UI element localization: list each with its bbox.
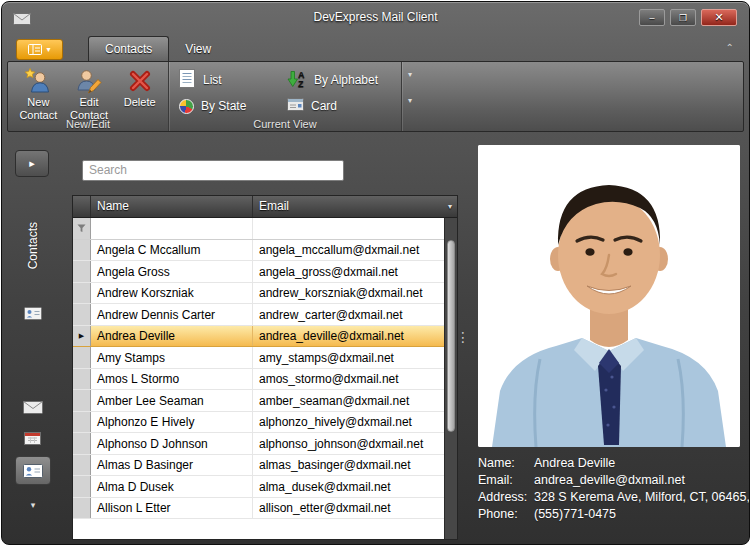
- contact-details: Name:Andrea Deville Email:andrea_deville…: [478, 455, 750, 523]
- main-area: ▸ Contacts ▾ Name: [2, 134, 749, 540]
- contact-row[interactable]: Amber Lee Seamanamber_seaman@dxmail.net: [73, 390, 444, 412]
- contacts-grid: Name Email ▾: [72, 195, 458, 540]
- scrollbar-thumb[interactable]: [447, 240, 455, 432]
- contact-row[interactable]: Allison L Etterallison_etter@dxmail.net: [73, 498, 444, 520]
- contact-row[interactable]: Alphonso D Johnsonalphonso_johnson@dxmai…: [73, 433, 444, 455]
- delete-button[interactable]: Delete: [115, 65, 164, 121]
- tab-contacts[interactable]: Contacts: [88, 36, 169, 61]
- detail-label-phone: Phone:: [478, 506, 534, 523]
- column-header-name[interactable]: Name: [91, 196, 253, 217]
- detail-label-address: Address:: [478, 489, 534, 506]
- new-contact-button[interactable]: New Contact: [14, 65, 63, 121]
- sort-alphabet-icon: AZ: [287, 70, 307, 91]
- detail-value-email: andrea_deville@dxmail.net: [534, 472, 685, 489]
- sidebar-more-button[interactable]: ▾: [31, 500, 36, 510]
- filter-name-cell[interactable]: [91, 218, 253, 239]
- detail-label-name: Name:: [478, 455, 534, 472]
- panel-splitter[interactable]: ⋮: [458, 134, 468, 540]
- column-header-email[interactable]: Email ▾: [253, 196, 457, 217]
- detail-value-address: 328 S Kerema Ave, Milford, CT, 06465,: [534, 489, 750, 506]
- minimize-button[interactable]: –: [639, 9, 665, 26]
- pie-chart-icon: [179, 99, 194, 114]
- header-indicator-cell: [73, 196, 91, 217]
- contact-row[interactable]: Angela C Mccallumangela_mccallum@dxmail.…: [73, 240, 444, 262]
- close-button[interactable]: ✕: [701, 9, 737, 26]
- person-card-icon: [23, 464, 43, 478]
- card-icon: [287, 98, 304, 114]
- grid-scrollbar[interactable]: [444, 218, 457, 539]
- grid-header: Name Email ▾: [73, 196, 457, 218]
- ribbon-group-current-view: List AZ By Alphabet By State Card: [169, 62, 402, 131]
- sidebar-collapse-button[interactable]: ▸: [15, 150, 49, 177]
- contacts-card-icon: [24, 306, 42, 324]
- contacts-panel: Name Email ▾: [64, 134, 458, 540]
- detail-value-phone: (555)771-0475: [534, 506, 616, 523]
- contact-row[interactable]: Amos L Stormoamos_stormo@dxmail.net: [73, 369, 444, 391]
- row-indicator-arrow: ▶: [73, 326, 91, 347]
- app-window: DevExpress Mail Client – ❐ ✕ ▾ Contacts …: [1, 1, 750, 545]
- title-bar: DevExpress Mail Client – ❐ ✕: [2, 2, 749, 34]
- view-by-alphabet-button[interactable]: AZ By Alphabet: [287, 67, 393, 93]
- column-dropdown-icon[interactable]: ▾: [448, 202, 452, 211]
- list-view-icon: [28, 44, 42, 55]
- detail-label-email: Email:: [478, 472, 534, 489]
- list-icon: [179, 69, 196, 91]
- view-card-button[interactable]: Card: [287, 93, 393, 119]
- tab-view[interactable]: View: [169, 36, 227, 61]
- contact-row[interactable]: Alphonzo E Hivelyalphonzo_hively@dxmail.…: [73, 412, 444, 434]
- detail-value-name: Andrea Deville: [534, 455, 615, 472]
- chevron-down-icon: ▾: [46, 45, 50, 54]
- edit-contact-button[interactable]: Edit Contact: [65, 65, 114, 121]
- view-by-alphabet-label: By Alphabet: [314, 73, 378, 87]
- ribbon-tabs: Contacts View: [88, 36, 227, 61]
- contact-row[interactable]: Amy Stampsamy_stamps@dxmail.net: [73, 347, 444, 369]
- ribbon-collapse-icon[interactable]: ⌃: [726, 42, 734, 53]
- filter-indicator-cell: [73, 218, 91, 239]
- contact-row[interactable]: Angela Grossangela_gross@dxmail.net: [73, 261, 444, 283]
- search-input[interactable]: [82, 160, 344, 181]
- edit-contact-icon: [76, 67, 102, 94]
- contact-photo: [478, 145, 740, 447]
- contact-detail-panel: Name:Andrea Deville Email:andrea_deville…: [468, 134, 750, 540]
- contact-row[interactable]: Andrew Korszniakandrew_korszniak@dxmail.…: [73, 283, 444, 305]
- view-by-state-label: By State: [201, 99, 246, 113]
- gallery-scroll-up-button[interactable]: ▾: [408, 70, 412, 79]
- ribbon-group-new-edit: New Contact Edit Contact Delete New/Edit: [8, 62, 169, 131]
- view-card-label: Card: [311, 99, 337, 113]
- delete-icon: [128, 67, 152, 94]
- window-title: DevExpress Mail Client: [2, 10, 749, 24]
- sidebar-vertical-label[interactable]: Contacts: [26, 222, 40, 269]
- filter-email-cell[interactable]: [253, 218, 444, 239]
- navigation-sidebar: ▸ Contacts ▾: [2, 134, 64, 540]
- calendar-icon: [24, 430, 41, 445]
- gallery-scroll-down-button[interactable]: ▾: [408, 96, 412, 105]
- auto-filter-row[interactable]: [73, 218, 444, 240]
- contact-row[interactable]: Alma D Dusekalma_dusek@dxmail.net: [73, 476, 444, 498]
- application-menu-button[interactable]: ▾: [16, 39, 63, 60]
- sidebar-item-contacts[interactable]: [15, 456, 51, 485]
- sidebar-item-mail[interactable]: [23, 400, 43, 418]
- contact-row[interactable]: Almas D Basingeralmas_basinger@dxmail.ne…: [73, 455, 444, 477]
- contact-row[interactable]: Andrew Dennis Carterandrew_carter@dxmail…: [73, 304, 444, 326]
- sidebar-item-calendar[interactable]: [24, 430, 41, 449]
- grid-rows: Angela C Mccallumangela_mccallum@dxmail.…: [73, 218, 444, 539]
- delete-label: Delete: [124, 96, 156, 109]
- filter-funnel-icon: [77, 224, 86, 233]
- view-list-button[interactable]: List: [179, 67, 285, 93]
- view-by-state-button[interactable]: By State: [179, 93, 285, 119]
- view-list-label: List: [203, 73, 222, 87]
- group-caption-new-edit: New/Edit: [8, 118, 168, 130]
- envelope-icon: [23, 401, 43, 414]
- svg-text:Z: Z: [298, 79, 304, 88]
- new-contact-icon: [25, 67, 51, 94]
- maximize-button[interactable]: ❐: [670, 9, 696, 26]
- contact-row-selected[interactable]: ▶Andrea Devilleandrea_deville@dxmail.net: [73, 326, 444, 348]
- ribbon: New Contact Edit Contact Delete New/Edit: [7, 61, 744, 132]
- group-caption-current-view: Current View: [169, 118, 401, 130]
